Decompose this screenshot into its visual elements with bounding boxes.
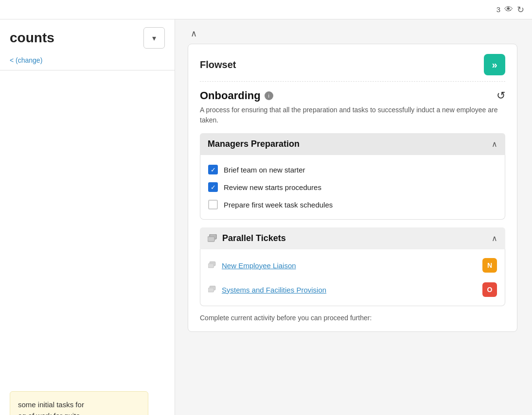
managers-chevron-up-icon: ∧ xyxy=(492,139,497,149)
proceed-text: Complete current activity before you can… xyxy=(200,314,505,322)
left-panel: counts ▾ < (change) some initial tasks f… xyxy=(0,19,175,415)
checkbox-1[interactable]: ✓ xyxy=(208,165,218,174)
managers-preparation-title: Managers Preparation xyxy=(208,139,300,149)
flowset-title: Flowset xyxy=(200,59,236,70)
note-card: some initial tasks forog of work for qui… xyxy=(10,391,148,415)
checklist-item: Prepare first week task schedules xyxy=(208,196,497,213)
main-panel: ∧ Flowset » Onboarding i ↺ A process for… xyxy=(180,19,525,415)
refresh-icon[interactable]: ↻ xyxy=(517,4,524,15)
parallel-tickets-icon xyxy=(208,234,218,243)
checkbox-2[interactable]: ✓ xyxy=(208,182,218,192)
change-link[interactable]: < (change) xyxy=(0,56,175,70)
chevron-down-icon: ▾ xyxy=(152,34,156,43)
parallel-items-container: New Employee Liaison N Systems and Facil… xyxy=(200,249,505,306)
onboarding-description: A process for ensuring that all the prep… xyxy=(200,105,505,125)
parallel-item: New Employee Liaison N xyxy=(208,253,497,277)
onboarding-title-wrap: Onboarding i xyxy=(200,89,273,102)
collapse-button[interactable]: ∧ xyxy=(188,27,200,40)
history-icon[interactable]: ↺ xyxy=(497,89,505,102)
parallel-item-icon-1 xyxy=(208,261,217,269)
parallel-item-left-1: New Employee Liaison xyxy=(208,261,296,270)
parallel-tickets-section: Parallel Tickets ∧ New Employee Liaison … xyxy=(200,227,505,306)
top-bar: 3 👁 ↻ xyxy=(0,0,532,19)
badge-new-employee: N xyxy=(482,258,497,273)
managers-checklist: ✓ Brief team on new starter ✓ Review new… xyxy=(200,155,505,220)
chevron-up-icon: ∧ xyxy=(191,29,197,38)
checkbox-3[interactable] xyxy=(208,200,218,209)
checklist-item: ✓ Review new starts procedures xyxy=(208,178,497,196)
onboarding-title: Onboarding xyxy=(200,89,261,102)
parallel-item-link-1[interactable]: New Employee Liaison xyxy=(222,261,296,270)
task-label-2: Review new starts procedures xyxy=(224,183,321,191)
task-label-1: Brief team on new starter xyxy=(224,166,305,174)
parallel-tickets-title: Parallel Tickets xyxy=(222,233,286,243)
onboarding-header: Onboarding i ↺ xyxy=(200,89,505,102)
eye-icon[interactable]: 👁 xyxy=(504,4,513,15)
counts-section: counts ▾ xyxy=(0,19,175,56)
svg-rect-5 xyxy=(208,288,213,292)
info-icon[interactable]: i xyxy=(265,91,273,100)
flowset-header: Flowset » xyxy=(200,54,505,82)
counts-title: counts xyxy=(10,30,54,46)
parallel-title-wrap: Parallel Tickets xyxy=(208,233,286,243)
parallel-item-icon-2 xyxy=(208,286,217,294)
managers-preparation-header[interactable]: Managers Preparation ∧ xyxy=(200,133,505,155)
task-label-3: Prepare first week task schedules xyxy=(224,201,333,209)
svg-rect-1 xyxy=(208,237,214,242)
checklist-item: ✓ Brief team on new starter xyxy=(208,161,497,178)
dropdown-button[interactable]: ▾ xyxy=(143,27,165,49)
parallel-item-link-2[interactable]: Systems and Facilities Provision xyxy=(222,286,326,294)
parallel-chevron-up-icon: ∧ xyxy=(492,234,497,243)
divider xyxy=(0,70,175,70)
parallel-tickets-header[interactable]: Parallel Tickets ∧ xyxy=(200,227,505,249)
parallel-item-left-2: Systems and Facilities Provision xyxy=(208,286,326,294)
top-bar-count: 3 xyxy=(497,5,500,14)
main-card: Flowset » Onboarding i ↺ A process for e… xyxy=(188,44,517,332)
parallel-item: Systems and Facilities Provision O xyxy=(208,277,497,302)
flowset-icon: » xyxy=(484,54,505,75)
note-text: some initial tasks forog of work for qui… xyxy=(18,399,140,415)
svg-rect-3 xyxy=(208,264,213,268)
managers-preparation-section: Managers Preparation ∧ ✓ Brief team on n… xyxy=(200,133,505,220)
badge-systems: O xyxy=(482,282,497,297)
